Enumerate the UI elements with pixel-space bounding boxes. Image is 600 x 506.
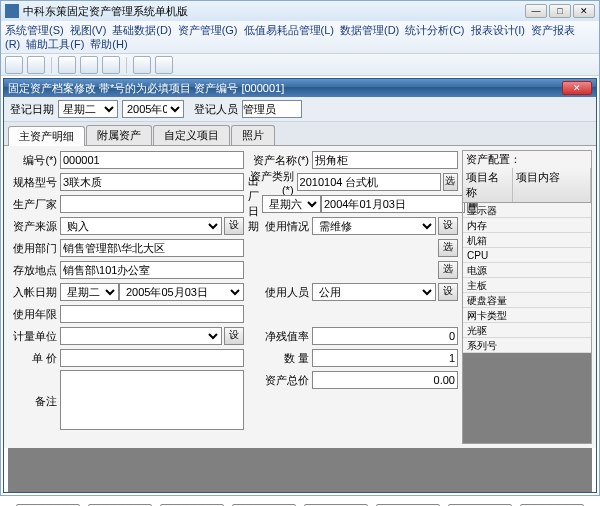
config-item[interactable]: 机箱 bbox=[463, 233, 591, 248]
label-price: 单 价 bbox=[8, 351, 60, 366]
source-select[interactable]: 购入 bbox=[60, 217, 222, 235]
label-residual: 净残值率 bbox=[248, 329, 312, 344]
menu-item[interactable]: 基础数据(D) bbox=[112, 24, 171, 36]
config-item[interactable]: 电源 bbox=[463, 263, 591, 278]
label-code: 编号(*) bbox=[8, 153, 60, 168]
set-button[interactable]: 设 bbox=[224, 327, 244, 345]
status-select[interactable]: 需维修 bbox=[312, 217, 436, 235]
tab[interactable]: 主资产明细 bbox=[8, 126, 85, 146]
separator bbox=[126, 57, 127, 73]
register-row: 登记日期 星期二 2005年0 登记人员 bbox=[4, 97, 596, 122]
register-person-input[interactable] bbox=[242, 100, 302, 118]
cat-input[interactable] bbox=[297, 173, 441, 191]
unit-select[interactable] bbox=[60, 327, 222, 345]
toolbar-btn[interactable] bbox=[58, 56, 76, 74]
label-name: 资产名称(*) bbox=[248, 153, 312, 168]
tab[interactable]: 自定义项目 bbox=[153, 125, 230, 145]
label-remark: 备注 bbox=[8, 370, 60, 430]
toolbar bbox=[1, 54, 599, 76]
name-input[interactable] bbox=[312, 151, 458, 169]
lower-grey-area bbox=[8, 448, 592, 492]
menubar: 系统管理(S)视图(V)基础数据(D)资产管理(G)低值易耗品管理(L)数据管理… bbox=[1, 21, 599, 54]
label-status: 使用情况 bbox=[248, 219, 312, 234]
outer-titlebar: 中科东策固定资产管理系统单机版 — □ ✕ bbox=[1, 1, 599, 21]
config-item[interactable]: 系列号 bbox=[463, 338, 591, 353]
outdate-day[interactable]: 星期六 bbox=[262, 195, 321, 213]
toolbar-btn[interactable] bbox=[155, 56, 173, 74]
register-date-label: 登记日期 bbox=[10, 102, 54, 117]
config-item[interactable]: 网卡类型 bbox=[463, 308, 591, 323]
set-button[interactable]: 设 bbox=[224, 217, 244, 235]
toolbar-btn[interactable] bbox=[133, 56, 151, 74]
config-panel: 资产配置： 项目名称项目内容 显示器内存机箱CPU电源主板硬盘容量网卡类型光驱系… bbox=[462, 150, 592, 444]
minimize-button[interactable]: — bbox=[525, 4, 547, 18]
config-item[interactable]: 硬盘容量 bbox=[463, 293, 591, 308]
menu-item[interactable]: 帮助(H) bbox=[90, 38, 127, 50]
select-button[interactable]: 选 bbox=[443, 173, 458, 191]
inner-close-button[interactable]: ✕ bbox=[562, 81, 592, 95]
indate-day[interactable]: 星期二 bbox=[60, 283, 119, 301]
loc-input[interactable] bbox=[60, 261, 244, 279]
bottom-buttons: 首记录 (B)上一条 (P)下一条 (N)尾记录 (E)条码打印卡片打印保存 (… bbox=[0, 496, 600, 506]
config-item[interactable]: 内存 bbox=[463, 218, 591, 233]
cfg-header-name: 项目名称 bbox=[463, 168, 513, 202]
config-item[interactable]: 显示器 bbox=[463, 203, 591, 218]
menu-item[interactable]: 数据管理(D) bbox=[340, 24, 399, 36]
spec-input[interactable] bbox=[60, 173, 244, 191]
maker-input[interactable] bbox=[60, 195, 244, 213]
outdate-date[interactable] bbox=[321, 195, 465, 213]
tab[interactable]: 照片 bbox=[231, 125, 275, 145]
select-button[interactable]: 选 bbox=[438, 261, 458, 279]
toolbar-btn[interactable] bbox=[80, 56, 98, 74]
toolbar-btn[interactable] bbox=[27, 56, 45, 74]
menu-item[interactable]: 辅助工具(F) bbox=[26, 38, 84, 50]
set-button[interactable]: 设 bbox=[438, 217, 458, 235]
label-user: 使用人员 bbox=[248, 285, 312, 300]
set-button[interactable]: 设 bbox=[438, 283, 458, 301]
toolbar-btn[interactable] bbox=[102, 56, 120, 74]
price-input[interactable] bbox=[60, 349, 244, 367]
label-unit: 计量单位 bbox=[8, 329, 60, 344]
cfg-header-content: 项目内容 bbox=[513, 168, 591, 202]
menu-item[interactable]: 统计分析(C) bbox=[405, 24, 464, 36]
label-maker: 生产厂家 bbox=[8, 197, 60, 212]
indate-date[interactable]: 2005年05月03日 bbox=[119, 283, 244, 301]
close-button[interactable]: ✕ bbox=[573, 4, 595, 18]
inner-titlebar: 固定资产档案修改 带*号的为必填项目 资产编号 [000001] ✕ bbox=[4, 79, 596, 97]
menu-item[interactable]: 系统管理(S) bbox=[5, 24, 64, 36]
years-input[interactable] bbox=[60, 305, 244, 323]
label-years: 使用年限 bbox=[8, 307, 60, 322]
label-loc: 存放地点 bbox=[8, 263, 60, 278]
register-person-label: 登记人员 bbox=[194, 102, 238, 117]
register-year-select[interactable]: 2005年0 bbox=[122, 100, 184, 118]
menu-item[interactable]: 低值易耗品管理(L) bbox=[244, 24, 334, 36]
maximize-button[interactable]: □ bbox=[549, 4, 571, 18]
config-item[interactable]: 光驱 bbox=[463, 323, 591, 338]
app-icon bbox=[5, 4, 19, 18]
tab[interactable]: 附属资产 bbox=[86, 125, 152, 145]
label-spec: 规格型号 bbox=[8, 175, 60, 190]
total-value: 0.00 bbox=[312, 371, 458, 389]
menu-item[interactable]: 资产管理(G) bbox=[178, 24, 238, 36]
label-indate: 入帐日期 bbox=[8, 285, 60, 300]
label-qty: 数 量 bbox=[248, 351, 312, 366]
toolbar-btn[interactable] bbox=[5, 56, 23, 74]
config-title: 资产配置： bbox=[463, 151, 591, 168]
code-input[interactable] bbox=[60, 151, 244, 169]
qty-value: 1 bbox=[312, 349, 458, 367]
label-dept: 使用部门 bbox=[8, 241, 60, 256]
label-source: 资产来源 bbox=[8, 219, 60, 234]
residual-value: 0 bbox=[312, 327, 458, 345]
menu-item[interactable]: 报表设计(I) bbox=[471, 24, 525, 36]
config-item[interactable]: CPU bbox=[463, 248, 591, 263]
register-day-select[interactable]: 星期二 bbox=[58, 100, 118, 118]
dept-input[interactable] bbox=[60, 239, 244, 257]
menu-item[interactable]: 视图(V) bbox=[70, 24, 107, 36]
remark-textarea[interactable] bbox=[60, 370, 244, 430]
outer-title: 中科东策固定资产管理系统单机版 bbox=[23, 4, 188, 19]
config-empty-area bbox=[463, 353, 591, 443]
separator bbox=[51, 57, 52, 73]
user-select[interactable]: 公用 bbox=[312, 283, 436, 301]
config-item[interactable]: 主板 bbox=[463, 278, 591, 293]
select-button[interactable]: 选 bbox=[438, 239, 458, 257]
